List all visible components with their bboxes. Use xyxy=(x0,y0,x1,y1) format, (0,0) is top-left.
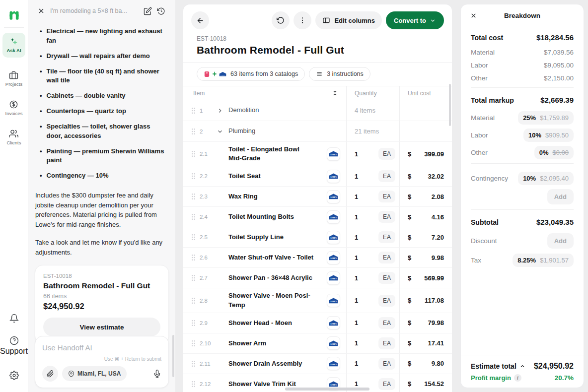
quantity-value[interactable]: 1 xyxy=(355,319,358,327)
unit-badge[interactable]: EA xyxy=(378,170,395,182)
new-chat-compose-icon[interactable] xyxy=(144,7,152,15)
close-breakdown-icon[interactable] xyxy=(470,12,477,19)
quantity-value[interactable]: 1 xyxy=(355,234,358,241)
expand-chevron-icon[interactable] xyxy=(217,128,224,135)
collapse-all-icon[interactable] xyxy=(332,90,338,96)
drag-handle-icon[interactable] xyxy=(191,254,196,261)
table-row[interactable]: 1 Demolition LOWE'S 4 items 4 items xyxy=(183,100,452,121)
drag-handle-icon[interactable] xyxy=(191,360,196,367)
close-icon[interactable] xyxy=(37,7,45,15)
unit-badge[interactable]: EA xyxy=(378,378,395,390)
unit-cost-value[interactable]: 9.98 xyxy=(432,254,444,261)
unit-badge[interactable]: EA xyxy=(378,337,395,349)
unit-cost-value[interactable]: 7.20 xyxy=(432,234,444,241)
markup-input[interactable]: 25% $1,759.89 xyxy=(518,111,574,125)
catalogs-pill[interactable]: LOWE'S 63 items from 3 catalogs xyxy=(197,67,305,81)
instructions-pill[interactable]: 3 instructions xyxy=(309,67,370,81)
unit-badge[interactable]: EA xyxy=(378,295,395,307)
unit-badge[interactable]: EA xyxy=(378,358,395,370)
unit-badge[interactable]: EA xyxy=(378,317,395,329)
table-vertical-scrollbar[interactable] xyxy=(449,84,451,126)
edit-columns-button[interactable]: Edit columns xyxy=(315,11,382,29)
add-contingency-button[interactable]: Add xyxy=(547,189,574,204)
drag-handle-icon[interactable] xyxy=(191,234,196,241)
sidebar-item-support[interactable]: Support xyxy=(0,336,28,356)
unit-badge[interactable]: EA xyxy=(378,272,395,284)
expand-chevron-icon[interactable] xyxy=(217,107,224,114)
convert-to-button[interactable]: Convert to xyxy=(386,11,444,29)
drag-handle-icon[interactable] xyxy=(191,173,196,180)
drag-handle-icon[interactable] xyxy=(191,150,196,157)
location-pill[interactable]: Miami, FL, USA xyxy=(62,366,127,381)
unit-badge[interactable]: EA xyxy=(378,211,395,223)
unit-cost-value[interactable]: 399.09 xyxy=(424,150,444,158)
quantity-value[interactable]: 1 xyxy=(355,360,358,367)
unit-cost-value[interactable]: 32.02 xyxy=(428,173,444,180)
undo-button[interactable] xyxy=(272,11,290,29)
attachment-paperclip-icon[interactable] xyxy=(42,366,58,382)
quantity-value[interactable]: 1 xyxy=(355,339,358,347)
table-row[interactable]: 2.2 Toilet Seat LOWE'S 1 1 EA $ 32.02 xyxy=(183,166,452,187)
drag-handle-icon[interactable] xyxy=(191,340,196,347)
table-row[interactable]: 2.6 Water Shut-off Valve - Toilet LOWE'S… xyxy=(183,248,452,268)
prompt-preview[interactable]: I'm remodeling a 5×8 ft ba... xyxy=(50,7,139,14)
estimate-total-toggle[interactable]: Estimate total xyxy=(471,362,525,370)
unit-cost-value[interactable]: 117.08 xyxy=(425,297,444,304)
markup-input[interactable]: 10% $909.50 xyxy=(523,129,574,142)
drag-handle-icon[interactable] xyxy=(191,193,196,200)
markup-input[interactable]: 0% $0.00 xyxy=(534,146,574,159)
drag-handle-icon[interactable] xyxy=(191,320,196,327)
drag-handle-icon[interactable] xyxy=(191,297,196,304)
unit-cost-value[interactable]: 569.99 xyxy=(424,274,444,282)
estimate-summary-card[interactable]: EST-10018 Bathroom Remodel - Full Gut 66… xyxy=(35,265,169,344)
drag-handle-icon[interactable] xyxy=(191,274,196,281)
tax-input[interactable]: 8.25% $1,901.57 xyxy=(513,254,574,267)
add-discount-button[interactable]: Add xyxy=(547,233,574,249)
table-horizontal-scrollbar[interactable] xyxy=(285,388,369,391)
unit-cost-value[interactable]: 17.41 xyxy=(428,339,444,347)
table-row[interactable]: 2.7 Shower Pan - 36×48 Acrylic LOWE'S 1 … xyxy=(183,268,452,288)
quantity-value[interactable]: 1 xyxy=(355,193,358,200)
sidebar-item-ask-ai[interactable]: Ask AI xyxy=(2,33,25,58)
contingency-input[interactable]: 10% $2,095.40 xyxy=(518,172,574,185)
sidebar-item-invoices[interactable]: Invoices xyxy=(5,100,23,116)
unit-cost-value[interactable]: 4.16 xyxy=(432,213,444,221)
drag-handle-icon[interactable] xyxy=(191,381,196,388)
chat-input[interactable] xyxy=(42,343,161,352)
table-row[interactable]: 2.10 Shower Arm LOWE'S 1 1 EA $ 17.41 xyxy=(183,333,452,354)
settings-gear-icon[interactable] xyxy=(9,371,19,380)
table-row[interactable]: 2.11 Shower Drain Assembly LOWE'S 1 1 EA… xyxy=(183,354,452,374)
handoff-logo-icon[interactable] xyxy=(7,8,21,21)
chat-scrollbar[interactable] xyxy=(172,335,174,377)
unit-cost-value[interactable]: 154.52 xyxy=(424,380,444,388)
info-icon[interactable]: i xyxy=(514,374,521,382)
sidebar-item-projects[interactable]: Projects xyxy=(5,70,22,87)
quantity-value[interactable]: 1 xyxy=(355,254,358,261)
table-row[interactable]: 2.8 Shower Valve - Moen Posi-Temp LOWE'S… xyxy=(183,288,452,313)
table-row[interactable]: 2.9 Shower Head - Moen LOWE'S 1 1 EA $ 7… xyxy=(183,313,452,333)
unit-badge[interactable]: EA xyxy=(378,191,395,202)
drag-handle-icon[interactable] xyxy=(191,128,196,135)
unit-cost-value[interactable]: 79.98 xyxy=(428,319,444,327)
quantity-value[interactable]: 1 xyxy=(355,380,358,388)
more-options-kebab-icon[interactable] xyxy=(294,11,311,29)
drag-handle-icon[interactable] xyxy=(191,213,196,220)
notifications-bell-icon[interactable] xyxy=(9,314,19,323)
unit-badge[interactable]: EA xyxy=(378,231,395,243)
quantity-value[interactable]: 1 xyxy=(355,274,358,282)
quantity-value[interactable]: 1 xyxy=(355,173,358,180)
quantity-value[interactable]: 1 xyxy=(355,150,358,158)
quantity-value[interactable]: 1 xyxy=(355,297,358,304)
unit-cost-value[interactable]: 2.08 xyxy=(432,193,444,200)
table-row[interactable]: 2.4 Toilet Mounting Bolts LOWE'S 1 1 EA … xyxy=(183,207,452,227)
table-row[interactable]: 2 Plumbing LOWE'S 21 items 21 items xyxy=(183,121,452,142)
table-row[interactable]: 2.1 Toilet - Elongated Bowl Mid-Grade LO… xyxy=(183,142,452,166)
microphone-icon[interactable] xyxy=(153,370,161,378)
sidebar-item-clients[interactable]: Clients xyxy=(6,129,21,145)
table-row[interactable]: 2.3 Wax Ring LOWE'S 1 1 EA $ 2.08 xyxy=(183,187,452,207)
table-row[interactable]: 2.5 Toilet Supply Line LOWE'S 1 1 EA $ 7… xyxy=(183,227,452,248)
back-button[interactable] xyxy=(191,11,209,29)
unit-cost-value[interactable]: 9.80 xyxy=(432,360,444,367)
quantity-value[interactable]: 1 xyxy=(355,213,358,221)
unit-badge[interactable]: EA xyxy=(378,148,395,160)
